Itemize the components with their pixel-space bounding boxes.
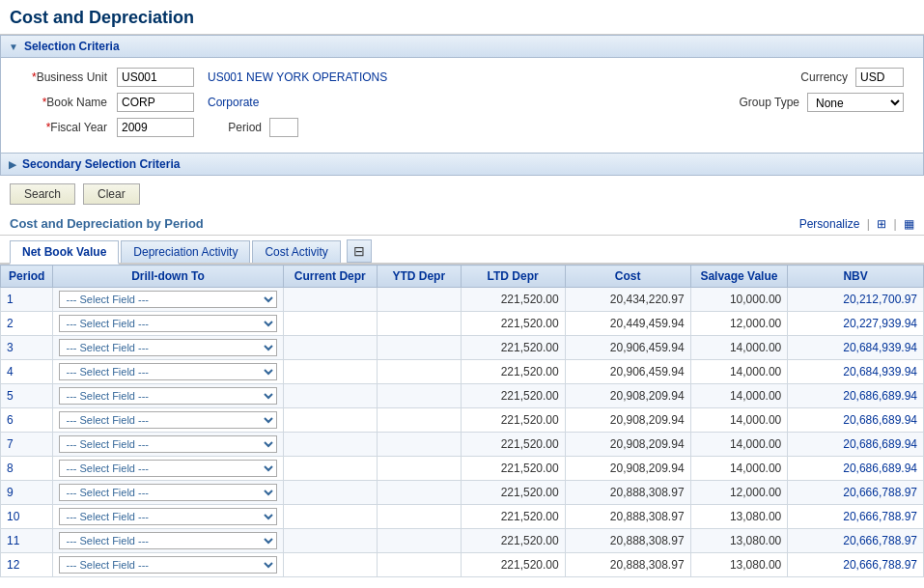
cell-ltd-depr: 221,520.00 — [461, 433, 565, 457]
selection-criteria-header[interactable]: ▼ Selection Criteria — [0, 35, 924, 58]
cell-current-depr — [283, 433, 377, 457]
cell-salvage-value: 14,000.00 — [690, 408, 788, 433]
cell-period: 2 — [1, 312, 53, 336]
cell-period: 11 — [1, 529, 53, 553]
cell-drilldown: --- Select Field --- — [53, 288, 283, 312]
business-unit-input[interactable] — [117, 68, 194, 87]
group-type-select[interactable]: None — [807, 93, 904, 112]
cell-ytd-depr — [377, 288, 461, 312]
period-link[interactable]: 10 — [7, 510, 19, 523]
currency-label: Currency — [790, 70, 848, 84]
currency-input[interactable] — [855, 68, 904, 87]
period-link[interactable]: 4 — [7, 365, 14, 378]
drilldown-select[interactable]: --- Select Field --- — [59, 532, 276, 549]
cell-period: 5 — [1, 384, 53, 408]
business-unit-label: *Business Unit — [20, 70, 107, 84]
cell-cost: 20,908,209.94 — [565, 457, 690, 481]
drilldown-select[interactable]: --- Select Field --- — [59, 363, 276, 380]
cell-salvage-value: 14,000.00 — [690, 336, 788, 360]
tab-depreciation-activity[interactable]: Depreciation Activity — [121, 240, 250, 263]
period-link[interactable]: 6 — [7, 413, 14, 427]
drilldown-select[interactable]: --- Select Field --- — [59, 315, 276, 332]
table-row: 4--- Select Field ---221,520.0020,906,45… — [1, 360, 924, 384]
period-link[interactable]: 12 — [7, 558, 19, 572]
cell-ltd-depr: 221,520.00 — [461, 384, 565, 408]
cell-nbv: 20,686,689.94 — [788, 457, 924, 481]
cell-drilldown: --- Select Field --- — [53, 553, 283, 577]
cell-ytd-depr — [377, 505, 461, 529]
drilldown-select[interactable]: --- Select Field --- — [59, 556, 276, 574]
book-name-input[interactable] — [117, 93, 194, 112]
table-row: 5--- Select Field ---221,520.0020,908,20… — [1, 384, 924, 408]
cell-ltd-depr: 221,520.00 — [461, 553, 565, 577]
period-link[interactable]: 2 — [7, 317, 14, 330]
personalize-link[interactable]: Personalize — [799, 217, 860, 231]
period-label: Period — [223, 121, 262, 134]
tab-net-book-value[interactable]: Net Book Value — [10, 240, 119, 265]
cell-period: 12 — [1, 553, 53, 577]
period-link[interactable]: 7 — [7, 437, 14, 451]
clear-button[interactable]: Clear — [83, 183, 140, 205]
drilldown-select[interactable]: --- Select Field --- — [59, 291, 276, 308]
cell-period: 8 — [1, 457, 53, 481]
cell-salvage-value: 12,000.00 — [690, 481, 788, 505]
cell-ltd-depr: 221,520.00 — [461, 360, 565, 384]
fiscal-year-row: *Fiscal Year Period — [20, 118, 904, 137]
grid-settings-icon[interactable]: ⊟ — [347, 239, 372, 263]
cell-ltd-depr: 221,520.00 — [461, 529, 565, 553]
cell-cost: 20,888,308.97 — [565, 529, 690, 553]
cell-period: 6 — [1, 408, 53, 433]
search-button[interactable]: Search — [10, 183, 75, 205]
drilldown-select[interactable]: --- Select Field --- — [59, 484, 276, 501]
period-input[interactable] — [269, 118, 298, 137]
drilldown-select[interactable]: --- Select Field --- — [59, 339, 276, 356]
period-link[interactable]: 3 — [7, 341, 14, 354]
selection-criteria-label: Selection Criteria — [24, 40, 120, 53]
expand-triangle-icon: ▼ — [9, 42, 18, 52]
fiscal-year-input[interactable] — [117, 118, 194, 137]
cell-current-depr — [283, 529, 377, 553]
cell-drilldown: --- Select Field --- — [53, 312, 283, 336]
drilldown-select[interactable]: --- Select Field --- — [59, 387, 276, 405]
cell-drilldown: --- Select Field --- — [53, 384, 283, 408]
table-row: 10--- Select Field ---221,520.0020,888,3… — [1, 505, 924, 529]
tabs-row: Net Book Value Depreciation Activity Cos… — [0, 236, 924, 265]
period-link[interactable]: 8 — [7, 462, 14, 475]
drilldown-select[interactable]: --- Select Field --- — [59, 508, 276, 525]
cell-period: 7 — [1, 433, 53, 457]
cell-period: 10 — [1, 505, 53, 529]
cell-ytd-depr — [377, 529, 461, 553]
col-header-ytd-depr: YTD Depr — [377, 266, 461, 288]
table-icon[interactable]: ▦ — [904, 217, 914, 231]
cell-cost: 20,908,209.94 — [565, 384, 690, 408]
cell-nbv: 20,666,788.97 — [788, 529, 924, 553]
cell-ltd-depr: 221,520.00 — [461, 312, 565, 336]
cell-cost: 20,888,308.97 — [565, 481, 690, 505]
table-row: 3--- Select Field ---221,520.0020,906,45… — [1, 336, 924, 360]
col-header-drilldown: Drill-down To — [53, 266, 283, 288]
period-link[interactable]: 9 — [7, 486, 14, 499]
period-link[interactable]: 11 — [7, 534, 19, 547]
drilldown-select[interactable]: --- Select Field --- — [59, 460, 276, 477]
cell-ltd-depr: 221,520.00 — [461, 457, 565, 481]
cell-period: 3 — [1, 336, 53, 360]
period-link[interactable]: 5 — [7, 389, 14, 403]
tab-cost-activity[interactable]: Cost Activity — [252, 240, 340, 263]
book-name-row: *Book Name Corporate Group Type None — [20, 93, 904, 112]
table-row: 2--- Select Field ---221,520.0020,449,45… — [1, 312, 924, 336]
col-header-ltd-depr: LTD Depr — [461, 266, 565, 288]
period-link[interactable]: 1 — [7, 293, 14, 306]
cell-current-depr — [283, 457, 377, 481]
drilldown-select[interactable]: --- Select Field --- — [59, 435, 276, 453]
cell-drilldown: --- Select Field --- — [53, 408, 283, 433]
cell-ytd-depr — [377, 433, 461, 457]
grid-icon[interactable]: ⊞ — [877, 217, 886, 231]
cell-salvage-value: 13,080.00 — [690, 505, 788, 529]
drilldown-select[interactable]: --- Select Field --- — [59, 411, 276, 429]
cell-current-depr — [283, 408, 377, 433]
secondary-selection-criteria-header[interactable]: ▶ Secondary Selection Criteria — [0, 154, 924, 176]
cell-salvage-value: 14,000.00 — [690, 433, 788, 457]
cell-ytd-depr — [377, 481, 461, 505]
cell-cost: 20,908,209.94 — [565, 433, 690, 457]
cell-nbv: 20,686,689.94 — [788, 384, 924, 408]
